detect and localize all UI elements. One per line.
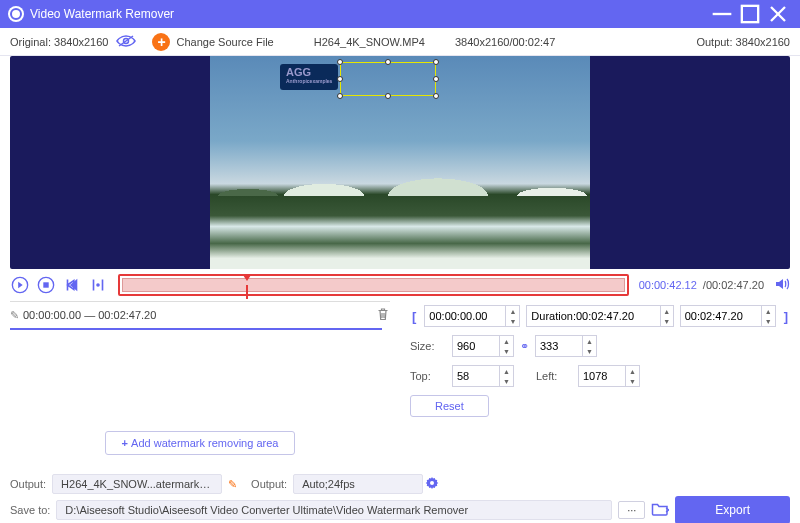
bracket-start-icon[interactable]: [ xyxy=(410,309,418,324)
total-time: /00:02:47.20 xyxy=(703,279,764,291)
handle-tl[interactable] xyxy=(337,59,343,65)
top-input[interactable]: ▲▼ xyxy=(452,365,514,387)
panels: ✎ 00:00:00.00 — 00:02:47.20 Add watermar… xyxy=(0,301,800,465)
signature-icon: ✎ xyxy=(10,309,19,322)
output-format: Auto;24fps xyxy=(293,474,423,494)
volume-icon[interactable] xyxy=(774,276,790,294)
down-icon[interactable]: ▼ xyxy=(583,346,596,356)
handle-br[interactable] xyxy=(433,93,439,99)
svg-point-10 xyxy=(430,481,434,485)
svg-rect-8 xyxy=(43,282,48,287)
video-preview[interactable]: AGG Anthropicexamples xyxy=(210,56,590,269)
delete-area-icon[interactable] xyxy=(376,307,390,323)
source-res-duration: 3840x2160/00:02:47 xyxy=(455,36,555,48)
output-label: Output: xyxy=(696,36,732,48)
minimize-button[interactable] xyxy=(708,0,736,28)
output-filename: H264_4K_SNOW...atermark.mp4 xyxy=(52,474,222,494)
bottom-bar: Output: H264_4K_SNOW...atermark.mp4 ✎ Ou… xyxy=(10,465,790,523)
titlebar: Video Watermark Remover xyxy=(0,0,800,28)
settings-icon[interactable] xyxy=(425,476,439,492)
up-icon[interactable]: ▲ xyxy=(500,366,513,376)
original-label: Original: xyxy=(10,36,51,48)
trim-duration-input[interactable]: ▲▼ xyxy=(526,305,673,327)
handle-bl[interactable] xyxy=(337,93,343,99)
down-icon[interactable]: ▼ xyxy=(661,316,673,326)
left-input[interactable]: ▲▼ xyxy=(578,365,640,387)
close-button[interactable] xyxy=(764,0,792,28)
handle-tm[interactable] xyxy=(385,59,391,65)
preview-stage: AGG Anthropicexamples xyxy=(10,56,790,269)
source-filename: H264_4K_SNOW.MP4 xyxy=(314,36,425,48)
timeline[interactable] xyxy=(122,278,625,292)
open-folder-icon[interactable] xyxy=(651,502,669,518)
svg-point-9 xyxy=(96,283,100,287)
current-time: 00:00:42.12 xyxy=(639,279,697,291)
infobar: Original: 3840x2160 + Change Source File… xyxy=(0,28,800,56)
step-mark-button[interactable] xyxy=(88,275,108,295)
playhead[interactable] xyxy=(243,275,251,281)
app-logo-icon xyxy=(8,6,24,22)
position-row: Top: ▲▼ Left: ▲▼ xyxy=(410,365,790,387)
watermark-badge: AGG Anthropicexamples xyxy=(280,64,338,90)
handle-bm[interactable] xyxy=(385,93,391,99)
up-icon[interactable]: ▲ xyxy=(583,336,596,346)
up-icon[interactable]: ▲ xyxy=(762,306,775,316)
link-aspect-icon[interactable]: ⚭ xyxy=(520,340,529,353)
save-to-label: Save to: xyxy=(10,504,50,516)
down-icon[interactable]: ▼ xyxy=(500,376,513,386)
browse-button[interactable]: ··· xyxy=(618,501,645,519)
reset-button[interactable]: Reset xyxy=(410,395,489,417)
add-source-icon[interactable]: + xyxy=(152,33,170,51)
timeline-highlight xyxy=(118,274,629,296)
trim-start-input[interactable]: ▲▼ xyxy=(424,305,520,327)
save-to-path: D:\Aiseesoft Studio\Aiseesoft Video Conv… xyxy=(56,500,612,520)
trim-row: [ ▲▼ ▲▼ ▲▼ ] xyxy=(410,305,790,327)
up-icon[interactable]: ▲ xyxy=(506,306,519,316)
maximize-button[interactable] xyxy=(736,0,764,28)
size-row: Size: ▲▼ ⚭ ▲▼ xyxy=(410,335,790,357)
preview-toggle-icon[interactable] xyxy=(116,34,136,50)
area-row[interactable]: ✎ 00:00:00.00 — 00:02:47.20 xyxy=(10,304,390,326)
up-icon[interactable]: ▲ xyxy=(500,336,513,346)
top-label: Top: xyxy=(410,370,446,382)
bracket-end-icon[interactable]: ] xyxy=(782,309,790,324)
playbar: 00:00:42.12/00:02:47.20 xyxy=(0,269,800,301)
area-underline xyxy=(10,328,382,330)
handle-ml[interactable] xyxy=(337,76,343,82)
up-icon[interactable]: ▲ xyxy=(661,306,673,316)
output-file-label: Output: xyxy=(10,478,46,490)
trim-end-input[interactable]: ▲▼ xyxy=(680,305,776,327)
height-input[interactable]: ▲▼ xyxy=(535,335,597,357)
selection-box[interactable] xyxy=(340,62,436,96)
svg-rect-1 xyxy=(742,6,758,22)
left-label: Left: xyxy=(536,370,572,382)
original-resolution: 3840x2160 xyxy=(54,36,108,48)
size-label: Size: xyxy=(410,340,446,352)
stop-button[interactable] xyxy=(36,275,56,295)
output-format-label: Output: xyxy=(251,478,287,490)
down-icon[interactable]: ▼ xyxy=(506,316,519,326)
app-title: Video Watermark Remover xyxy=(30,7,174,21)
rename-icon[interactable]: ✎ xyxy=(228,478,237,491)
handle-mr[interactable] xyxy=(433,76,439,82)
output-resolution: 3840x2160 xyxy=(736,36,790,48)
areas-panel: ✎ 00:00:00.00 — 00:02:47.20 Add watermar… xyxy=(10,301,390,459)
down-icon[interactable]: ▼ xyxy=(500,346,513,356)
up-icon[interactable]: ▲ xyxy=(626,366,639,376)
play-button[interactable] xyxy=(10,275,30,295)
area-time-range: 00:00:00.00 — 00:02:47.20 xyxy=(23,309,156,321)
handle-tr[interactable] xyxy=(433,59,439,65)
add-area-button[interactable]: Add watermark removing area xyxy=(105,431,296,455)
change-source-link[interactable]: Change Source File xyxy=(176,36,273,48)
properties-panel: [ ▲▼ ▲▼ ▲▼ ] Size: ▲▼ ⚭ ▲▼ Top: ▲▼ Left:… xyxy=(410,301,790,459)
down-icon[interactable]: ▼ xyxy=(626,376,639,386)
step-forward-button[interactable] xyxy=(62,275,82,295)
width-input[interactable]: ▲▼ xyxy=(452,335,514,357)
export-button[interactable]: Export xyxy=(675,496,790,523)
down-icon[interactable]: ▼ xyxy=(762,316,775,326)
